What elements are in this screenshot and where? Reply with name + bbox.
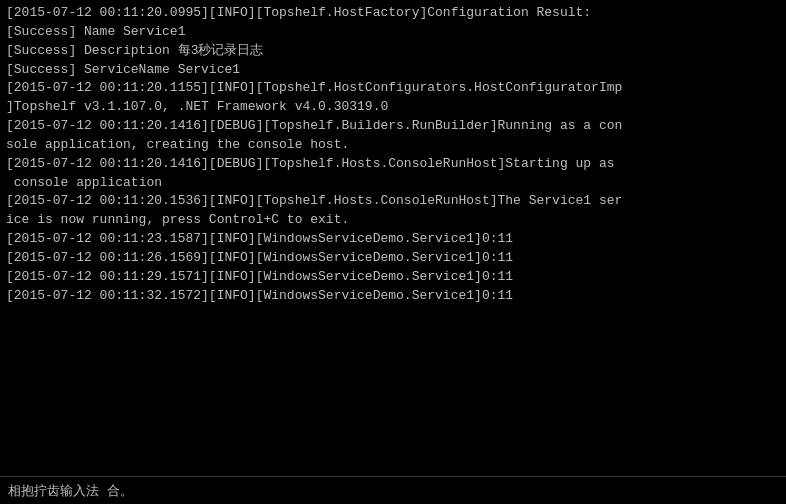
console-line: [2015-07-12 00:11:20.1155][INFO][Topshel… — [6, 79, 780, 98]
console-line: [2015-07-12 00:11:32.1572][INFO][Windows… — [6, 287, 780, 306]
console-line: [2015-07-12 00:11:29.1571][INFO][Windows… — [6, 268, 780, 287]
bottom-text: 相抱拧齿输入法 合。 — [8, 482, 133, 500]
console-window: [2015-07-12 00:11:20.0995][INFO][Topshel… — [0, 0, 786, 504]
console-line: sole application, creating the console h… — [6, 136, 780, 155]
console-line: [2015-07-12 00:11:20.1416][DEBUG][Topshe… — [6, 155, 780, 174]
bottom-bar: 相抱拧齿输入法 合。 — [0, 476, 786, 504]
console-line: [Success] ServiceName Service1 — [6, 61, 780, 80]
console-line: ]Topshelf v3.1.107.0, .NET Framework v4.… — [6, 98, 780, 117]
console-line: console application — [6, 174, 780, 193]
console-line: [2015-07-12 00:11:20.1416][DEBUG][Topshe… — [6, 117, 780, 136]
console-line: [Success] Description 每3秒记录日志 — [6, 42, 780, 61]
console-line: [2015-07-12 00:11:26.1569][INFO][Windows… — [6, 249, 780, 268]
console-line: [2015-07-12 00:11:23.1587][INFO][Windows… — [6, 230, 780, 249]
console-output: [2015-07-12 00:11:20.0995][INFO][Topshel… — [6, 4, 780, 306]
console-line: ice is now running, press Control+C to e… — [6, 211, 780, 230]
console-line: [Success] Name Service1 — [6, 23, 780, 42]
console-line: [2015-07-12 00:11:20.1536][INFO][Topshel… — [6, 192, 780, 211]
console-line: [2015-07-12 00:11:20.0995][INFO][Topshel… — [6, 4, 780, 23]
